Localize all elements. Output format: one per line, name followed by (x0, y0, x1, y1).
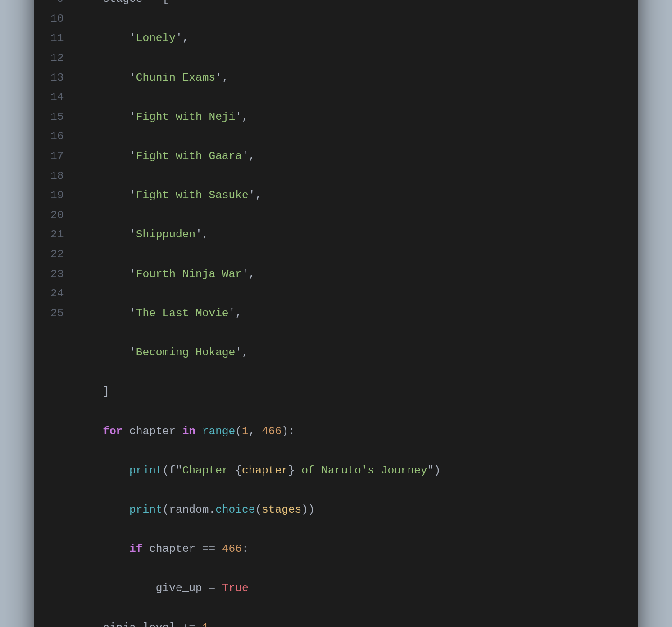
line-number: 25 (50, 304, 64, 323)
code-line: 'Lonely', (76, 28, 622, 48)
line-number: 18 (50, 166, 64, 186)
code-content[interactable]: import random def become_hokage(ninja_le… (76, 0, 622, 627)
code-line: 'Fight with Gaara', (76, 146, 622, 166)
kw-if: if (129, 543, 142, 555)
code-line: print(random.choice(stages)) (76, 500, 622, 520)
code-line: if chapter == 466: (76, 539, 622, 559)
line-number: 16 (50, 127, 64, 146)
line-number: 24 (50, 284, 64, 304)
code-line: give_up = True (76, 578, 622, 598)
code-line: ninja_level += 1 (76, 618, 622, 627)
code-line: stages = [ (76, 0, 622, 9)
kw-for: for (103, 425, 123, 437)
line-number: 14 (50, 87, 64, 107)
line-number: 15 (50, 107, 64, 127)
line-number: 10 (50, 9, 64, 29)
line-number: 20 (50, 205, 64, 225)
kw-in: in (182, 425, 195, 437)
line-number: 12 (50, 48, 64, 68)
line-numbers: 1234567891011121314151617181920212223242… (50, 0, 76, 627)
code-line: 'Fight with Neji', (76, 107, 622, 127)
code-area: 1234567891011121314151617181920212223242… (50, 0, 622, 627)
line-number: 13 (50, 68, 64, 88)
code-line: for chapter in range(1, 466): (76, 422, 622, 441)
line-number: 23 (50, 264, 64, 284)
code-line: print(f"Chapter {chapter} of Naruto's Jo… (76, 461, 622, 481)
code-line: 'Becoming Hokage', (76, 343, 622, 363)
line-number: 21 (50, 225, 64, 245)
line-number: 19 (50, 186, 64, 205)
code-window: 1234567891011121314151617181920212223242… (34, 0, 638, 627)
code-line: 'Shippuden', (76, 225, 622, 245)
line-number: 9 (50, 0, 64, 9)
code-line: 'Fight with Sasuke', (76, 186, 622, 205)
code-line: 'The Last Movie', (76, 304, 622, 323)
code-line: 'Chunin Exams', (76, 68, 622, 88)
line-number: 17 (50, 146, 64, 166)
line-number: 22 (50, 245, 64, 264)
line-number: 11 (50, 28, 64, 48)
code-line: 'Fourth Ninja War', (76, 264, 622, 284)
code-line: ] (76, 382, 622, 402)
